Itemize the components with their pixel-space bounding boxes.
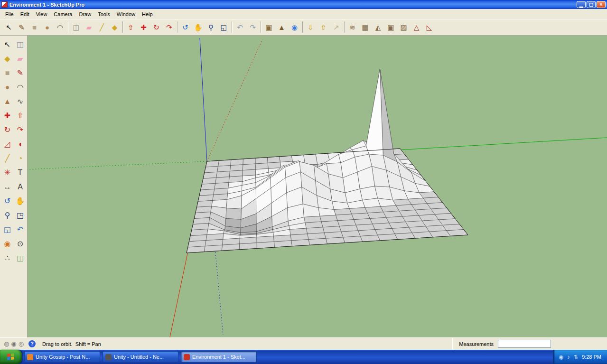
menu-item-file[interactable]: File: [2, 10, 17, 19]
status-credit-icon: ◉: [11, 340, 16, 347]
make-component-tool[interactable]: ◫: [14, 37, 27, 52]
orbit-tool-icon: ↺: [4, 197, 10, 205]
get-current-view-button[interactable]: ▣: [262, 21, 275, 34]
text-3d-tool[interactable]: A: [14, 180, 27, 194]
line-tool[interactable]: ✎: [15, 21, 28, 34]
follow-me-tool[interactable]: ↷: [14, 123, 27, 137]
make-component-tool[interactable]: ◫: [70, 21, 83, 34]
eraser-tool[interactable]: ▰: [83, 21, 95, 34]
rectangle-tool[interactable]: ■: [1, 66, 14, 80]
drape-tool[interactable]: ▨: [397, 21, 410, 34]
push-pull-tool[interactable]: ⇧: [124, 21, 137, 34]
zoom-extents-tool[interactable]: ◱: [1, 223, 14, 237]
task-app-icon: [27, 354, 33, 360]
network-tray-icon[interactable]: ⇅: [574, 354, 578, 360]
toggle-terrain-button[interactable]: ▲: [275, 21, 288, 34]
push-pull-tool-icon: ⇧: [128, 24, 134, 31]
menu-item-draw[interactable]: Draw: [75, 10, 94, 19]
menu-item-window[interactable]: Window: [113, 10, 139, 19]
tape-measure-tool[interactable]: ╱: [1, 151, 14, 166]
measurements-box[interactable]: [498, 340, 551, 348]
select-tool[interactable]: ↖: [1, 37, 14, 52]
zoom-tool[interactable]: ⚲: [205, 21, 217, 34]
menu-item-edit[interactable]: Edit: [17, 10, 33, 19]
messenger-tray-icon[interactable]: ◉: [559, 354, 564, 360]
previous-view-button[interactable]: ↶: [233, 21, 246, 34]
zoom-window-tool[interactable]: ◳: [14, 208, 27, 223]
smoove-tool[interactable]: ◭: [372, 21, 384, 34]
orbit-tool[interactable]: ↺: [179, 21, 192, 34]
menu-item-camera[interactable]: Camera: [50, 10, 75, 19]
minimize-button[interactable]: ▁: [577, 1, 586, 8]
pan-tool[interactable]: ✋: [192, 21, 205, 34]
follow-me-tool[interactable]: ↷: [163, 21, 176, 34]
paint-bucket-tool[interactable]: ◆: [1, 52, 14, 66]
pan-tool[interactable]: ✋: [14, 194, 27, 208]
menu-item-view[interactable]: View: [33, 10, 51, 19]
walk-tool[interactable]: ∴: [1, 251, 14, 265]
next-view-button[interactable]: ↷: [246, 21, 259, 34]
sandbox-from-scratch-tool[interactable]: ▦: [359, 21, 372, 34]
freehand-tool[interactable]: ∿: [14, 94, 27, 109]
flip-edge-tool[interactable]: ◺: [423, 21, 436, 34]
stamp-tool[interactable]: ▣: [384, 21, 397, 34]
help-icon[interactable]: ?: [28, 340, 36, 347]
task-unity-editor[interactable]: Unity - Untitled - Ne...: [103, 351, 178, 363]
sandbox-from-contours-tool[interactable]: ≋: [346, 21, 359, 34]
protractor-tool[interactable]: ◔: [14, 151, 27, 166]
volume-tray-icon[interactable]: ♪: [567, 354, 570, 360]
polygon-tool[interactable]: ▲: [1, 94, 14, 109]
restore-button[interactable]: ▢: [587, 1, 596, 8]
close-button[interactable]: ×: [597, 1, 606, 8]
offset-tool[interactable]: ◖: [14, 137, 27, 151]
rotate-tool[interactable]: ↻: [150, 21, 163, 34]
line-tool[interactable]: ✎: [14, 66, 27, 80]
terrain-model-canvas[interactable]: [28, 36, 607, 337]
push-pull-tool[interactable]: ⇧: [14, 109, 27, 123]
tape-measure-tool[interactable]: ╱: [95, 21, 108, 34]
task-sketchup[interactable]: Environment 1 - Sket...: [181, 351, 257, 363]
title-bar[interactable]: Environment 1 - SketchUp Pro ▁ ▢ ×: [0, 0, 607, 9]
position-camera-tool[interactable]: ◉: [1, 237, 14, 251]
select-tool[interactable]: ↖: [2, 21, 15, 34]
select-tool-icon: ↖: [4, 41, 10, 48]
preview-in-google-earth-button[interactable]: ◉: [288, 21, 301, 34]
polygon-tool-icon: ▲: [4, 98, 11, 105]
zoom-tool[interactable]: ⚲: [1, 208, 14, 223]
move-tool[interactable]: ✚: [1, 109, 14, 123]
section-plane-tool[interactable]: ◫: [14, 251, 27, 265]
menu-item-help[interactable]: Help: [139, 10, 156, 19]
zoom-extents-tool[interactable]: ◱: [217, 21, 230, 34]
task-unity-gossip[interactable]: Unity Gossip - Post N...: [24, 351, 100, 363]
text-tool[interactable]: T: [14, 166, 27, 180]
share-model-button[interactable]: ⇧: [317, 21, 330, 34]
status-icons: ◍ ◉ ◎: [4, 340, 24, 347]
look-around-tool[interactable]: ⊙: [14, 237, 27, 251]
axes-tool[interactable]: ✳: [1, 166, 14, 180]
share-component-button[interactable]: ↗: [330, 21, 343, 34]
section-plane-tool-icon: ◫: [17, 254, 24, 262]
dimension-tool[interactable]: ↔: [1, 180, 14, 194]
add-detail-tool[interactable]: △: [410, 21, 423, 34]
pan-tool-icon: ✋: [194, 24, 203, 31]
smoove-tool-icon: ◭: [375, 24, 381, 31]
model-viewport[interactable]: [28, 36, 607, 337]
circle-tool[interactable]: ●: [1, 80, 14, 94]
menu-item-tools[interactable]: Tools: [94, 10, 113, 19]
follow-me-tool-icon: ↷: [17, 126, 23, 134]
get-models-button[interactable]: ⇩: [304, 21, 317, 34]
rectangle-tool[interactable]: ■: [28, 21, 41, 34]
paint-bucket-tool[interactable]: ◆: [108, 21, 121, 34]
toolbar-separator: [302, 21, 303, 33]
move-tool[interactable]: ✚: [137, 21, 150, 34]
start-button[interactable]: [0, 350, 22, 364]
flip-edge-tool-icon: ◺: [427, 24, 432, 31]
arc-tool[interactable]: ◠: [54, 21, 66, 34]
arc-tool[interactable]: ◠: [14, 80, 27, 94]
scale-tool[interactable]: ◿: [1, 137, 14, 151]
previous-view-button[interactable]: ↶: [14, 223, 27, 237]
orbit-tool[interactable]: ↺: [1, 194, 14, 208]
eraser-tool[interactable]: ▰: [14, 52, 27, 66]
circle-tool[interactable]: ●: [41, 21, 54, 34]
rotate-tool[interactable]: ↻: [1, 123, 14, 137]
